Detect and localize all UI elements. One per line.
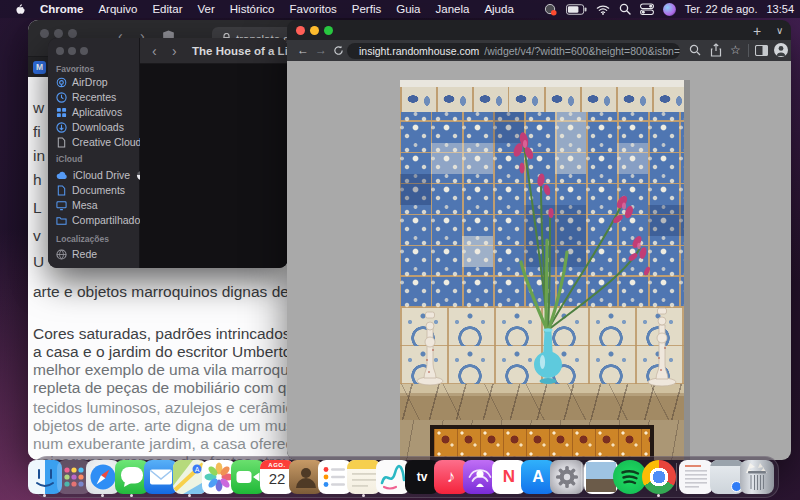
dock-settings-icon[interactable] <box>550 460 584 494</box>
menu-window[interactable]: Janela <box>436 3 470 15</box>
dock-separator <box>581 463 582 491</box>
menu-view[interactable]: Ver <box>198 3 215 15</box>
dock-separator <box>676 463 677 491</box>
minimize-window-button[interactable] <box>68 47 76 55</box>
sidebar-section-locations: Localizações <box>56 234 109 244</box>
scrollbar[interactable] <box>684 80 690 460</box>
back-button[interactable]: ‹ <box>152 43 157 59</box>
document-icon <box>56 185 67 196</box>
text-line: arte e objetos marroquinos dignas de mus <box>33 283 323 301</box>
dock-trash-icon[interactable] <box>740 460 774 494</box>
menu-profiles[interactable]: Perfis <box>352 3 381 15</box>
running-indicator <box>43 494 46 497</box>
network-globe-icon <box>56 249 67 260</box>
menu-edit[interactable]: Editar <box>152 3 182 15</box>
finder-toolbar: ‹ › The House of a Lifetime <box>140 38 288 64</box>
dock-minimized-window-icon[interactable] <box>710 460 744 494</box>
menu-tab[interactable]: Guia <box>396 3 420 15</box>
dock-minimized-document-icon[interactable] <box>679 460 713 494</box>
minimize-window-button[interactable] <box>54 29 63 38</box>
chrome-page-content <box>287 61 791 460</box>
finder-file-area[interactable] <box>140 64 288 268</box>
sidebar-item-airdrop[interactable]: AirDrop <box>56 76 108 88</box>
menu-file[interactable]: Arquivo <box>98 3 137 15</box>
running-indicator <box>130 494 133 497</box>
sidebar-section-icloud: iCloud <box>56 154 82 164</box>
dock-chrome-icon[interactable] <box>642 460 676 494</box>
menu-history[interactable]: Histórico <box>230 3 275 15</box>
text-line: melhor exemplo de uma vila marroquina b <box>33 361 322 379</box>
download-circle-icon <box>56 122 67 133</box>
sidebar-item-applications[interactable]: Aplicativos <box>56 106 122 118</box>
battery-icon[interactable] <box>566 4 587 15</box>
running-indicator <box>188 494 191 497</box>
forward-button[interactable]: › <box>172 43 177 59</box>
sidebar-item-desktop[interactable]: Mesa <box>56 199 98 211</box>
url-domain: insight.randomhouse.com <box>359 45 479 57</box>
sidebar-item-shared[interactable]: Compartilhado <box>56 214 140 226</box>
address-bar[interactable]: insight.randomhouse.com/widget/v4/?width… <box>347 43 680 59</box>
close-window-button[interactable] <box>296 26 305 35</box>
zoom-window-button[interactable] <box>68 29 77 38</box>
wifi-icon[interactable] <box>596 4 610 15</box>
profile-avatar-icon[interactable] <box>774 43 788 57</box>
screen-record-indicator-icon[interactable] <box>544 3 557 16</box>
text-line: tecidos luminosos, azulejos e cerâmicas … <box>33 399 319 417</box>
url-path: /widget/v4/?width=600&height=800&isbn=97… <box>484 45 680 57</box>
minimize-window-button[interactable] <box>310 26 319 35</box>
back-button[interactable]: ← <box>297 43 309 57</box>
control-center-icon[interactable] <box>640 3 654 15</box>
text-line: num exuberante jardim, a casa oferece vi… <box>33 435 325 453</box>
airdrop-icon <box>56 77 67 88</box>
sidebar-item-documents[interactable]: Documents <box>56 184 125 196</box>
toolbar-divider <box>748 44 749 57</box>
sidebar-section-favorites: Favoritos <box>56 64 94 74</box>
sidebar-item-network[interactable]: Rede <box>56 248 97 260</box>
chrome-toolbar: ← → insight.randomhouse.com/widget/v4/?w… <box>287 40 791 61</box>
shared-folder-icon <box>56 215 67 226</box>
flowers-vase-candlesticks <box>400 80 684 460</box>
reload-icon[interactable] <box>333 45 344 56</box>
menu-bar-clock-time[interactable]: 13:54 <box>766 3 794 15</box>
close-window-button[interactable] <box>40 29 49 38</box>
zoom-icon[interactable] <box>689 44 701 56</box>
sidebar-item-recents[interactable]: Recentes <box>56 91 116 103</box>
clock-icon <box>56 92 67 103</box>
zoom-window-button[interactable] <box>80 47 88 55</box>
finder-sidebar: Favoritos AirDrop Recentes Aplicativos D… <box>48 38 140 268</box>
text-line: repleta de peças de mobiliário com quali… <box>33 379 319 397</box>
cloud-icon <box>56 171 68 180</box>
apple-icon[interactable] <box>13 2 26 16</box>
text-line: Cores saturadas, padrões intrincados, ar… <box>33 325 330 343</box>
siri-icon[interactable] <box>663 3 676 16</box>
running-indicator <box>362 494 365 497</box>
book-photo <box>400 80 684 460</box>
svg-text:A: A <box>195 466 200 473</box>
finder-window-title: The House of a Lifetime <box>192 45 288 57</box>
chrome-window: 9Kitc 9Tak 9Bou 9Epic 9Be V RThe in× RVI… <box>287 20 791 460</box>
menu-app-name[interactable]: Chrome <box>40 3 83 15</box>
zoom-window-button[interactable] <box>324 26 333 35</box>
share-icon[interactable] <box>710 43 722 57</box>
close-window-button[interactable] <box>56 47 64 55</box>
new-tab-button[interactable]: + <box>753 23 761 39</box>
bookmark-star-icon[interactable]: ☆ <box>730 43 741 57</box>
text-line: a casa e o jardim do escritor Umberto Pa… <box>33 343 322 361</box>
menu-bar-clock-date[interactable]: Ter. 22 de ago. <box>685 3 758 15</box>
sidebar-item-icloud-drive[interactable]: iCloud Drive <box>56 169 146 181</box>
document-icon <box>56 137 67 148</box>
desktop: ‹ › translate.google.com M w fi in h L v… <box>0 0 800 500</box>
applications-icon <box>56 107 67 118</box>
spotlight-icon[interactable] <box>619 3 631 15</box>
tab-search-icon[interactable]: ∨ <box>776 25 783 36</box>
menu-bar: Chrome Arquivo Editar Ver Histórico Favo… <box>0 0 800 18</box>
sidebar-item-downloads[interactable]: Downloads <box>56 121 124 133</box>
tab-favicon[interactable]: M <box>33 61 46 74</box>
text-line: objetos de arte. arte digna de um museu … <box>33 417 324 435</box>
forward-button[interactable]: → <box>315 43 327 57</box>
menu-bookmarks[interactable]: Favoritos <box>290 3 337 15</box>
menu-help[interactable]: Ajuda <box>484 3 513 15</box>
running-indicator <box>657 494 660 497</box>
desktop-icon <box>56 200 67 211</box>
side-panel-icon[interactable] <box>755 45 768 56</box>
